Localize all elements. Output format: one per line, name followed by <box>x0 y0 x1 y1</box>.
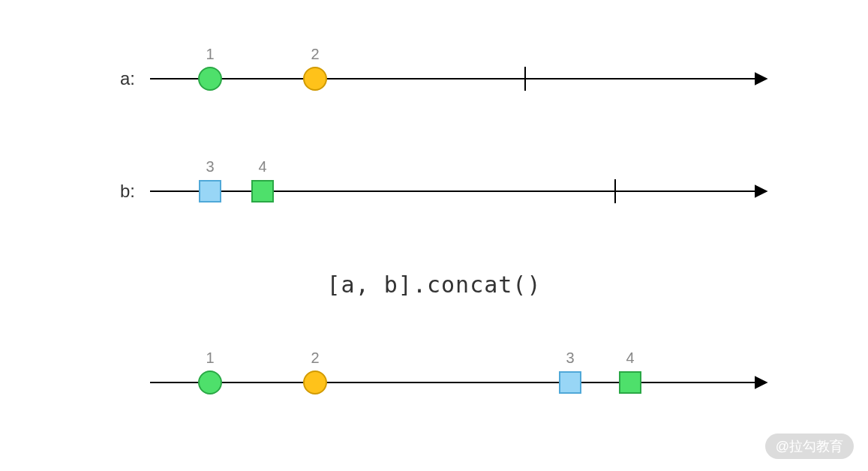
marble-r4 <box>620 372 641 393</box>
watermark-text: @拉勾教育 <box>776 439 843 454</box>
stream-a-marbles: 12 <box>199 46 326 90</box>
stream-result: 1234 <box>150 350 765 394</box>
stream-b: b: 34 <box>120 158 765 203</box>
marble-label-b3: 3 <box>206 158 214 175</box>
marble-label-a2: 2 <box>311 46 319 62</box>
stream-b-marbles: 34 <box>200 158 273 202</box>
marble-b4 <box>252 181 273 202</box>
operator-code: [a, b].concat() <box>327 272 542 298</box>
marble-b3 <box>200 181 221 202</box>
marble-label-b4: 4 <box>258 158 266 175</box>
marble-label-r1: 1 <box>206 350 214 366</box>
stream-b-label: b: <box>120 181 135 201</box>
marble-a2 <box>304 68 326 90</box>
watermark: @拉勾教育 <box>765 434 854 459</box>
marble-r2 <box>304 371 326 394</box>
marble-r1 <box>199 371 221 394</box>
stream-result-marbles: 1234 <box>199 350 641 394</box>
marble-a1 <box>199 68 221 90</box>
marble-label-r2: 2 <box>311 350 319 366</box>
marble-label-r3: 3 <box>566 350 574 366</box>
stream-a: a: 12 <box>120 46 765 91</box>
stream-a-label: a: <box>120 68 135 88</box>
marble-r3 <box>560 372 581 393</box>
marble-diagram: a: 12 b: 34 [a, b].concat() 1234 @拉勾教育 <box>0 0 868 471</box>
marble-label-r4: 4 <box>626 350 634 366</box>
marble-label-a1: 1 <box>206 46 214 62</box>
